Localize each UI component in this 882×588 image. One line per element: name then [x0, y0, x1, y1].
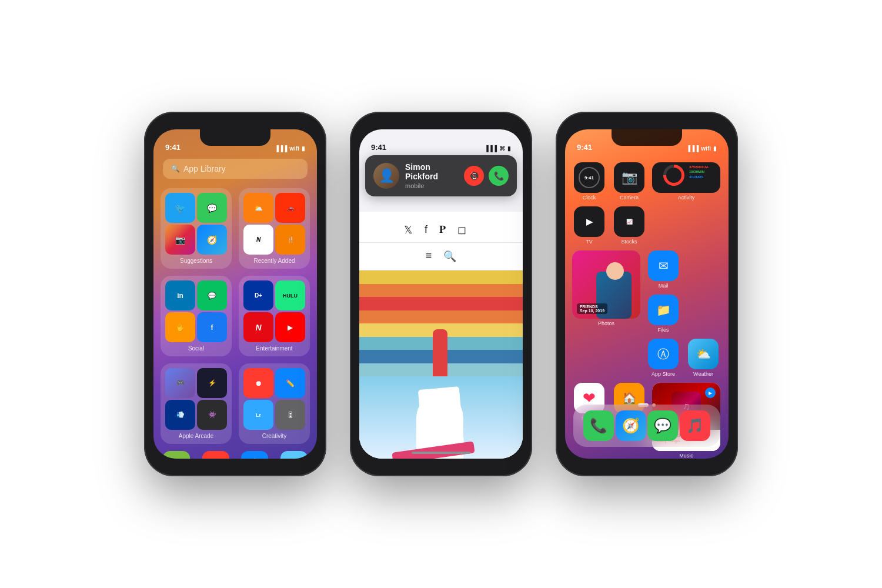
recently-grid: ⛅ 🚗 N 🍴 [243, 193, 305, 255]
home-row-1: 9:41 Clock 📷 Camera [572, 162, 721, 201]
creativity-label: Creativity [262, 433, 287, 439]
play-icon: ▶ [709, 390, 712, 396]
facebook-mini[interactable]: f [197, 312, 227, 342]
wifi-icon-2: ⌘ [499, 145, 505, 152]
dock-safari[interactable]: 🧭 [616, 410, 646, 441]
app-row-3: 🎮 ⚡ 💨 👾 Apple Arcade ⏺ ✏️ Lr 🎛 Creativit… [161, 363, 310, 444]
creativity-grid: ⏺ ✏️ Lr 🎛 [243, 368, 305, 430]
entertainment-folder[interactable]: D+ HULU N ▶ Entertainment [239, 276, 310, 356]
tv-glyph: ▶ [586, 217, 593, 226]
lr-mini[interactable]: Lr [243, 400, 273, 430]
entertainment-grid: D+ HULU N ▶ [243, 280, 305, 342]
clock-face: 9:41 [579, 167, 600, 188]
app3[interactable]: 🤖 [241, 451, 268, 459]
home-indicator-2 [412, 452, 470, 454]
menu-icon[interactable]: ≡ [426, 250, 432, 263]
files-app[interactable]: 📁 Files [646, 295, 680, 333]
recently-added-folder[interactable]: ⛅ 🚗 N 🍴 Recently Added [239, 188, 310, 269]
social-folder[interactable]: in 💬 🖐 f Social [161, 276, 232, 356]
files-label: Files [646, 327, 680, 333]
photos-widget: FRIENDSSep 10, 2019 [572, 250, 640, 319]
mail-icon: ✉ [648, 250, 679, 281]
clock-app[interactable]: 9:41 Clock [572, 162, 606, 201]
safari-glyph: 🧭 [622, 417, 640, 434]
app4[interactable]: 🦉 [280, 451, 308, 459]
suggestions-label: Suggestions [180, 258, 212, 264]
creativity-folder[interactable]: ⏺ ✏️ Lr 🎛 Creativity [239, 363, 310, 444]
netflix-mini[interactable]: N [243, 312, 273, 342]
accept-button[interactable]: 📞 [489, 166, 509, 186]
app-library-search[interactable]: 🔍 App Library [163, 159, 308, 179]
activity-minutes: 19/30MIN [689, 169, 709, 174]
safari-mini[interactable]: 🧭 [197, 225, 227, 255]
houzz-app[interactable]: h [163, 451, 190, 459]
wechat-mini[interactable]: 💬 [197, 280, 227, 310]
twitter-nav-icon[interactable]: 𝕏 [404, 223, 413, 236]
game2-mini[interactable]: ⚡ [197, 368, 227, 398]
files-glyph: 📁 [656, 303, 671, 317]
clubhouse-mini[interactable]: 🖐 [165, 312, 195, 342]
nyt-mini[interactable]: N [243, 225, 273, 255]
apple-arcade-folder[interactable]: 🎮 ⚡ 💨 👾 Apple Arcade [161, 363, 232, 444]
call-action-buttons: 📵 📞 [464, 166, 509, 186]
disney-mini[interactable]: D+ [243, 280, 273, 310]
camera-label: Camera [612, 195, 646, 201]
status-icons-1: ▐▐▐ wifi ▮ [275, 145, 305, 152]
hulu-mini[interactable]: HULU [275, 280, 305, 310]
search-icon-1: 🔍 [171, 165, 180, 173]
call-notification: Simon Pickford mobile 📵 📞 [365, 155, 517, 196]
home-row-3: FRIENDSSep 10, 2019 Photos ✉ Mail 📁 [572, 250, 721, 333]
music-play-btn[interactable]: ▶ [705, 387, 716, 398]
battery-icon-3: ▮ [713, 145, 717, 152]
social-label: Social [188, 345, 204, 352]
linkedin-mini[interactable]: in [165, 280, 195, 310]
doordash-mini[interactable]: 🚗 [275, 193, 305, 223]
camera-app[interactable]: 📷 Camera [612, 162, 646, 201]
facebook-nav-icon[interactable]: f [425, 223, 427, 236]
suggestions-folder[interactable]: 🐦 💬 📷 🧭 Suggestions [161, 188, 232, 269]
vol-mini[interactable]: 🎛 [275, 400, 305, 430]
time-2: 9:41 [371, 143, 386, 152]
phone3-screen: 9:41 ▐▐▐ wifi ▮ 9:41 Clock [565, 129, 729, 459]
instagram-nav-icon[interactable]: ◻ [457, 223, 466, 236]
stocks-label: Stocks [612, 239, 646, 245]
rec-mini[interactable]: ⏺ [243, 368, 273, 398]
weather-app[interactable]: ⛅ Weather [686, 339, 720, 377]
battery-icon-2: ▮ [507, 145, 511, 152]
photos-widget-container[interactable]: FRIENDSSep 10, 2019 Photos [572, 250, 640, 326]
files-icon: 📁 [648, 295, 679, 325]
activity-widget-container[interactable]: 375/500CAL 19/30MIN 4/12HRS Activity [652, 162, 720, 201]
website-search-row: ≡ 🔍 [359, 243, 523, 270]
activity-ring-move [663, 165, 684, 186]
twitter-mini[interactable]: 🐦 [165, 193, 195, 223]
appstore-app[interactable]: Ⓐ App Store [646, 339, 680, 377]
youtube-mini[interactable]: ▶ [275, 312, 305, 342]
epi-mini[interactable]: 🍴 [275, 225, 305, 255]
signal-icon-2: ▐▐▐ [485, 145, 497, 152]
activity-label: Activity [652, 195, 720, 201]
appstore-icon: Ⓐ [648, 339, 679, 369]
stocks-app[interactable]: 📈 Stocks [612, 206, 646, 245]
decline-button[interactable]: 📵 [464, 166, 484, 186]
game3-mini[interactable]: 💨 [165, 400, 195, 430]
instagram-mini[interactable]: 📷 [165, 225, 195, 255]
wifi-icon-3: wifi [701, 145, 711, 152]
website-content: 𝕏 f 𝐏 ◻ ≡ 🔍 [359, 212, 523, 459]
phone2-screen: 9:41 ▐▐▐ ⌘ ▮ Simon Pickford mobile 📵 📞 [359, 129, 523, 459]
tv-label: TV [572, 239, 606, 245]
pinterest-nav-icon[interactable]: 𝐏 [439, 223, 446, 236]
search-icon-2[interactable]: 🔍 [443, 250, 456, 263]
hero-image-1 [359, 270, 523, 376]
game4-mini[interactable]: 👾 [197, 400, 227, 430]
tv-app[interactable]: ▶ TV [572, 206, 606, 245]
creative2-mini[interactable]: ✏️ [275, 368, 305, 398]
game1-mini[interactable]: 🎮 [165, 368, 195, 398]
dock-messages[interactable]: 💬 [647, 410, 678, 441]
overcast-mini[interactable]: ⛅ [243, 193, 273, 223]
mail-app[interactable]: ✉ Mail [646, 250, 680, 289]
dock-music[interactable]: 🎵 [680, 410, 710, 441]
messages-mini[interactable]: 💬 [197, 193, 227, 223]
redfin-app[interactable]: R [202, 451, 229, 459]
notch-1 [200, 129, 270, 146]
dock-phone[interactable]: 📞 [583, 410, 614, 441]
